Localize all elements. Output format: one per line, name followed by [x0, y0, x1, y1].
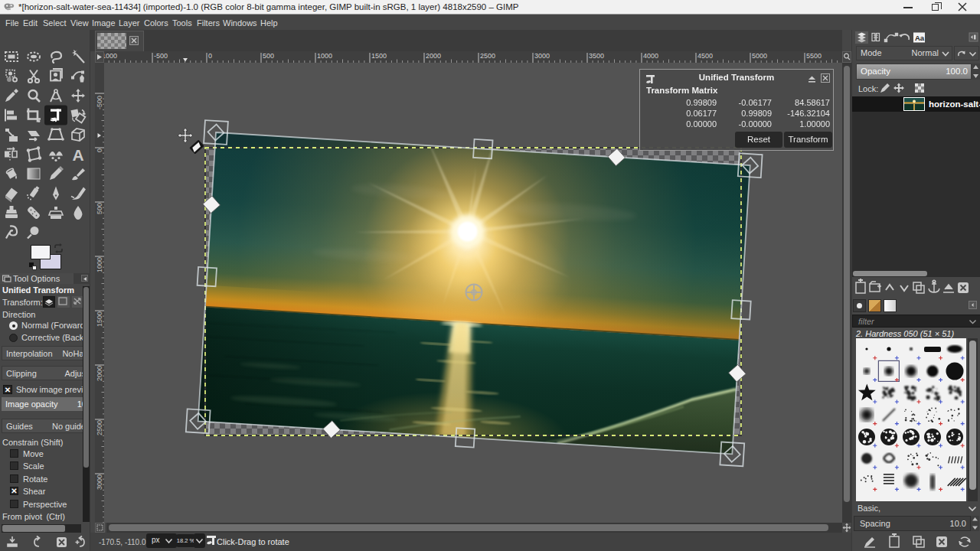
- svg-text:0: 0: [208, 52, 212, 60]
- svg-text:1000: 1000: [96, 257, 103, 272]
- svg-text:2000: 2000: [426, 52, 441, 60]
- svg-text:3500: 3500: [589, 52, 604, 60]
- svg-text:3000: 3000: [534, 52, 550, 60]
- svg-text:1500: 1500: [96, 311, 103, 327]
- svg-text:A: A: [72, 146, 83, 164]
- svg-text:1500: 1500: [371, 52, 387, 60]
- svg-text:5000: 5000: [752, 52, 767, 60]
- svg-text:-500: -500: [154, 52, 168, 60]
- svg-text:3000: 3000: [96, 474, 103, 490]
- svg-text:0: 0: [96, 148, 103, 152]
- svg-text:500: 500: [263, 52, 274, 60]
- svg-text:2000: 2000: [96, 366, 103, 381]
- svg-text:4000: 4000: [643, 52, 658, 60]
- svg-text:500: 500: [96, 203, 103, 214]
- svg-text:2500: 2500: [480, 52, 495, 60]
- svg-text:5500: 5500: [806, 52, 822, 60]
- svg-text:1000: 1000: [317, 52, 332, 60]
- svg-text:-1000: -1000: [104, 52, 117, 60]
- svg-text:4500: 4500: [697, 52, 713, 60]
- svg-text:-500: -500: [96, 96, 103, 109]
- svg-text:Aa: Aa: [915, 34, 925, 42]
- svg-text:2500: 2500: [96, 420, 103, 435]
